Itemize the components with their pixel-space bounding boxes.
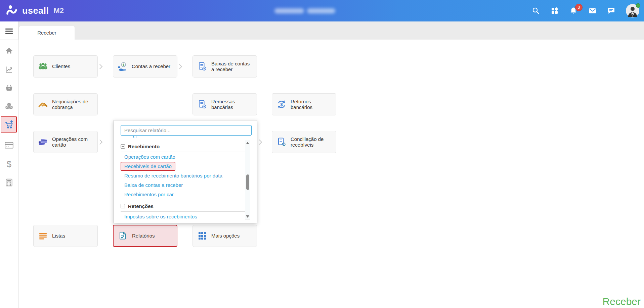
card-label: Listas	[52, 233, 65, 239]
card-baixas-de-contas[interactable]: Baixas de contas a receber	[192, 55, 257, 78]
chevron-right-icon	[97, 64, 103, 69]
chart-icon[interactable]	[4, 65, 14, 74]
apps-grid-icon[interactable]	[551, 7, 559, 15]
home-icon[interactable]	[4, 46, 14, 55]
menu-icon[interactable]	[4, 27, 14, 36]
document-check-icon	[197, 61, 207, 71]
link-label: Operações com cartão	[124, 154, 175, 160]
hand-coin-icon: $	[118, 61, 128, 71]
dollar-icon[interactable]: $	[4, 159, 14, 169]
card-label: Retornos bancários	[291, 99, 332, 110]
report-link-impostos[interactable]: Impostos sobre os recebimentos	[121, 212, 246, 221]
report-group-recebimento: Recebimento	[121, 141, 246, 152]
report-dropdown-panel: Recebimento Operações com cartão Recebív…	[114, 120, 257, 223]
tab-label: Receber	[37, 30, 56, 36]
card-label: Contas a receber	[132, 63, 170, 69]
document-sync-icon	[276, 137, 287, 147]
card-remessas-bancarias[interactable]: Remessas bancárias	[192, 93, 257, 115]
card-retornos-bancarios[interactable]: $ Retornos bancários	[272, 93, 336, 115]
search-icon[interactable]	[532, 7, 540, 15]
brand-suffix: M2	[54, 6, 64, 15]
calculator-icon[interactable]	[4, 178, 14, 187]
document-check-icon	[197, 99, 207, 109]
card-operacoes-cartao[interactable]: Operações com cartão	[33, 131, 98, 153]
people-icon	[38, 61, 48, 71]
module-label: Receber	[603, 296, 641, 307]
redacted-text	[274, 8, 304, 13]
scroll-down-icon[interactable]	[246, 215, 249, 218]
card-relatorios[interactable]: Relatórios	[113, 225, 177, 247]
tab-receber[interactable]: Receber	[19, 26, 75, 40]
svg-text:$: $	[280, 102, 283, 107]
report-search-input[interactable]	[121, 125, 252, 136]
redacted-text	[307, 8, 335, 13]
clipped-item-fragment	[133, 136, 136, 138]
sync-dollar-icon: $	[276, 99, 287, 109]
handshake-icon	[38, 99, 48, 109]
scrollbar[interactable]	[245, 140, 250, 220]
group-label: Recebimento	[128, 144, 160, 149]
brand-name: useall	[22, 6, 49, 16]
credit-card-icon[interactable]	[4, 141, 14, 150]
card-listas[interactable]: Listas	[33, 225, 98, 247]
report-link-baixa-contas[interactable]: Baixa de contas a receber	[121, 180, 246, 190]
chevron-right-icon	[257, 140, 262, 145]
notification-badge: 3	[575, 4, 583, 11]
link-label: Recebimentos por car	[124, 192, 174, 197]
sidebar: $	[0, 21, 18, 308]
report-group-retencoes: Retenções	[121, 201, 246, 212]
tab-strip: Receber	[18, 21, 644, 40]
group-label: Retenções	[128, 203, 154, 209]
online-status-dot	[636, 3, 640, 8]
report-doc-icon	[118, 231, 128, 241]
topbar-actions: 3	[532, 0, 639, 21]
card-label: Operações com cartão	[52, 136, 93, 148]
list-lines-icon	[38, 231, 48, 241]
bell-icon[interactable]: 3	[569, 7, 577, 15]
report-link-operacoes-com-cartao[interactable]: Operações com cartão	[121, 152, 246, 161]
basket-icon[interactable]	[4, 83, 14, 93]
avatar[interactable]	[626, 4, 639, 17]
card-conciliacao-recebiveis[interactable]: Conciliação de recebíveis	[272, 131, 336, 153]
brand-logo[interactable]: useall M2	[6, 0, 64, 21]
report-link-recebiveis-de-cartao[interactable]: Recebíveis de cartão	[121, 161, 246, 171]
useall-logo-icon	[6, 5, 18, 17]
selected-report-highlight: Recebíveis de cartão	[121, 162, 175, 171]
collapse-minus-icon[interactable]	[121, 144, 125, 149]
card-clientes[interactable]: Clientes	[33, 55, 98, 78]
svg-text:$: $	[123, 63, 125, 66]
link-label: Baixa de contas a receber	[124, 182, 183, 188]
cards-stack-icon	[38, 137, 48, 147]
card-contas-a-receber[interactable]: $ Contas a receber	[113, 55, 177, 78]
card-label: Clientes	[52, 63, 70, 69]
chat-icon[interactable]	[607, 7, 615, 15]
report-link-resumo-recebimento[interactable]: Resumo de recebimento bancários por data	[121, 171, 246, 180]
scrollbar-thumb[interactable]	[246, 174, 249, 190]
cubes-icon[interactable]	[4, 102, 14, 111]
report-list: Recebimento Operações com cartão Recebív…	[121, 141, 246, 221]
card-label: Negociações de cobrança	[52, 99, 93, 110]
collapse-minus-icon[interactable]	[121, 204, 125, 208]
app-screen: useall M2 3	[0, 0, 644, 308]
report-link-recebimentos-por-car[interactable]: Recebimentos por car	[121, 190, 246, 199]
card-label: Remessas bancárias	[211, 99, 252, 110]
mail-icon[interactable]	[588, 7, 596, 15]
card-negociacoes-cobranca[interactable]: Negociações de cobrança	[33, 93, 98, 115]
top-bar: useall M2 3	[0, 0, 644, 21]
card-label: Mais opções	[211, 233, 240, 239]
card-mais-opcoes[interactable]: Mais opções	[192, 225, 257, 247]
scroll-up-icon[interactable]	[246, 142, 249, 144]
card-label: Baixas de contas a receber	[211, 61, 252, 72]
chevron-right-icon	[97, 140, 103, 145]
grid-dots-icon	[197, 231, 207, 241]
card-label: Relatórios	[132, 233, 155, 239]
link-label: Impostos sobre os recebimentos	[124, 214, 197, 219]
sidebar-divider	[0, 40, 18, 40]
link-label: Resumo de recebimento bancários por data	[124, 173, 222, 178]
cart-plus-icon[interactable]	[4, 120, 14, 129]
chevron-right-icon	[177, 64, 182, 69]
card-label: Conciliação de recebíveis	[291, 136, 332, 148]
